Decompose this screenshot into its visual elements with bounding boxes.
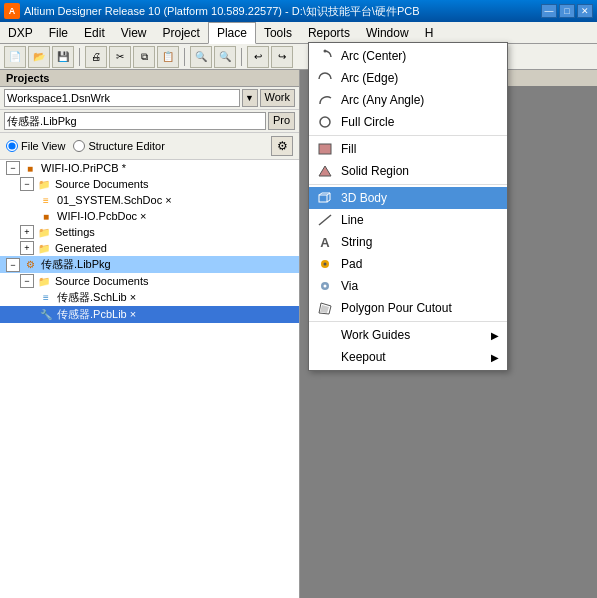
- menu-string[interactable]: A String: [309, 231, 507, 253]
- menu-view[interactable]: View: [113, 22, 155, 44]
- line-icon: [315, 212, 335, 228]
- menu-arc-edge[interactable]: Arc (Edge): [309, 67, 507, 89]
- tree-wifi-pcbdoc[interactable]: ■ WIFI-IO.PcbDoc ×: [0, 208, 299, 224]
- lib-icon: ⚙: [22, 258, 38, 272]
- keepout-icon: [315, 349, 335, 365]
- title-bar: A Altium Designer Release 10 (Platform 1…: [0, 0, 597, 22]
- svg-point-14: [324, 285, 327, 288]
- toolbar-save[interactable]: 💾: [52, 46, 74, 68]
- toolbar-paste[interactable]: 📋: [157, 46, 179, 68]
- menu-full-circle[interactable]: Full Circle: [309, 111, 507, 133]
- menu-keepout[interactable]: Keepout ▶: [309, 346, 507, 368]
- expander-settings[interactable]: +: [20, 225, 34, 239]
- toolbar-zoom-in[interactable]: 🔍: [190, 46, 212, 68]
- maximize-button[interactable]: □: [559, 4, 575, 18]
- menu-bar: DXP File Edit View Project Place Tools R…: [0, 22, 597, 44]
- folder-icon-3: 📁: [36, 241, 52, 255]
- window-controls: — □ ✕: [541, 4, 593, 18]
- menu-polygon-pour[interactable]: Polygon Pour Cutout: [309, 297, 507, 319]
- arc-section: Arc (Center) Arc (Edge) Arc (Any Angle) …: [309, 43, 507, 136]
- workspace-row: ▼ Work: [0, 87, 299, 110]
- tree-system-sch[interactable]: ≡ 01_SYSTEM.SchDoc ×: [0, 192, 299, 208]
- tree-sensor-lib[interactable]: − ⚙ 传感器.LibPkg: [0, 256, 299, 273]
- expander-sensor[interactable]: −: [6, 258, 20, 272]
- folder-icon-4: 📁: [36, 274, 52, 288]
- view-settings-button[interactable]: ⚙: [271, 136, 293, 156]
- tree-wifi-pcb[interactable]: − ■ WIFI-IO.PriPCB *: [0, 160, 299, 176]
- sch-icon-1: ≡: [38, 193, 54, 207]
- tree-sensor-sch[interactable]: ≡ 传感器.SchLib ×: [0, 289, 299, 306]
- tree-source-docs-2[interactable]: − 📁 Source Documents: [0, 273, 299, 289]
- tree-settings[interactable]: + 📁 Settings: [0, 224, 299, 240]
- menu-pad[interactable]: Pad: [309, 253, 507, 275]
- menu-place[interactable]: Place: [208, 22, 256, 44]
- full-circle-icon: [315, 114, 335, 130]
- toolbar-sep-1: [79, 48, 80, 66]
- menu-project[interactable]: Project: [155, 22, 208, 44]
- menu-window[interactable]: Window: [358, 22, 417, 44]
- app-icon: A: [4, 3, 20, 19]
- menu-help[interactable]: H: [417, 22, 442, 44]
- fill-icon: [315, 141, 335, 157]
- structure-editor-radio[interactable]: [73, 140, 85, 152]
- pcb-icon: ■: [22, 161, 38, 175]
- menu-work-guides[interactable]: Work Guides ▶: [309, 324, 507, 346]
- menu-edit[interactable]: Edit: [76, 22, 113, 44]
- tree-generated[interactable]: + 📁 Generated: [0, 240, 299, 256]
- menu-fill[interactable]: Fill: [309, 138, 507, 160]
- structure-editor-option[interactable]: Structure Editor: [73, 140, 164, 152]
- 3d-body-icon: [315, 190, 335, 206]
- title-text: Altium Designer Release 10 (Platform 10.…: [24, 4, 537, 19]
- menu-dxp[interactable]: DXP: [0, 22, 41, 44]
- tree-source-docs-1[interactable]: − 📁 Source Documents: [0, 176, 299, 192]
- tree-sensor-pcblib[interactable]: 🔧 传感器.PcbLib ×: [0, 306, 299, 323]
- schlib-icon: ≡: [38, 291, 54, 305]
- workspace-dropdown[interactable]: ▼: [242, 89, 258, 107]
- menu-tools[interactable]: Tools: [256, 22, 300, 44]
- toolbar-new[interactable]: 📄: [4, 46, 26, 68]
- arc-angle-icon: [315, 92, 335, 108]
- expander-generated[interactable]: +: [20, 241, 34, 255]
- expander-wifi-pcb[interactable]: −: [6, 161, 20, 175]
- arc-edge-icon: [315, 70, 335, 86]
- folder-icon-1: 📁: [36, 177, 52, 191]
- expander-source-2[interactable]: −: [20, 274, 34, 288]
- toolbar-cut[interactable]: ✂: [109, 46, 131, 68]
- close-button[interactable]: ✕: [577, 4, 593, 18]
- svg-rect-4: [319, 195, 327, 202]
- expander-source-1[interactable]: −: [20, 177, 34, 191]
- workspace-input[interactable]: [4, 89, 240, 107]
- toolbar-open[interactable]: 📂: [28, 46, 50, 68]
- svg-point-0: [324, 50, 327, 53]
- project-label[interactable]: Pro: [268, 112, 295, 130]
- project-input[interactable]: [4, 112, 266, 130]
- pad-icon: [315, 256, 335, 272]
- menu-file[interactable]: File: [41, 22, 76, 44]
- polygon-icon: [315, 300, 335, 316]
- file-view-radio[interactable]: [6, 140, 18, 152]
- svg-marker-16: [320, 305, 329, 313]
- guides-section: Work Guides ▶ Keepout ▶: [309, 322, 507, 370]
- menu-arc-angle[interactable]: Arc (Any Angle): [309, 89, 507, 111]
- work-label[interactable]: Work: [260, 89, 295, 107]
- toolbar-print[interactable]: 🖨: [85, 46, 107, 68]
- projects-panel: Projects ▼ Work Pro File View Structure …: [0, 70, 300, 598]
- menu-reports[interactable]: Reports: [300, 22, 358, 44]
- minimize-button[interactable]: —: [541, 4, 557, 18]
- file-view-option[interactable]: File View: [6, 140, 65, 152]
- menu-line[interactable]: Line: [309, 209, 507, 231]
- toolbar-sep-2: [184, 48, 185, 66]
- via-icon: [315, 278, 335, 294]
- file-tree: − ■ WIFI-IO.PriPCB * − 📁 Source Document…: [0, 160, 299, 598]
- toolbar-copy[interactable]: ⧉: [133, 46, 155, 68]
- menu-solid-region[interactable]: Solid Region: [309, 160, 507, 182]
- string-icon: A: [315, 234, 335, 250]
- menu-via[interactable]: Via: [309, 275, 507, 297]
- pcb-icon-2: ■: [38, 209, 54, 223]
- toolbar-sep-3: [241, 48, 242, 66]
- toolbar-undo[interactable]: ↩: [247, 46, 269, 68]
- menu-3d-body[interactable]: 3D Body: [309, 187, 507, 209]
- menu-arc-center[interactable]: Arc (Center): [309, 45, 507, 67]
- toolbar-zoom-out[interactable]: 🔍: [214, 46, 236, 68]
- toolbar-redo[interactable]: ↪: [271, 46, 293, 68]
